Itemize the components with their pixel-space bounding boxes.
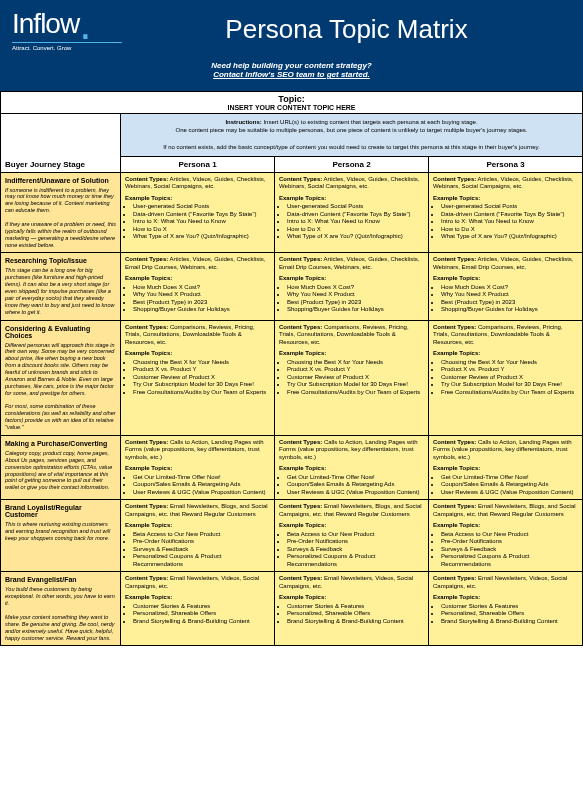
example-topic-item: Customer Stories & Features: [287, 603, 424, 611]
stage-title: Indifferent/Unaware of Solution: [5, 177, 116, 184]
topic-placeholder[interactable]: INSERT YOUR CONTENT TOPIC HERE: [1, 104, 582, 111]
matrix-cell[interactable]: Content Types: Comparisons, Reviews, Pri…: [429, 320, 583, 435]
example-topic-item: Free Consultations/Audits by Our Team of…: [441, 389, 578, 397]
matrix-cell[interactable]: Content Types: Articles, Videos, Guides,…: [429, 253, 583, 320]
example-topic-item: Get Our Limited-Time Offer Now!: [441, 474, 578, 482]
matrix-cell[interactable]: Content Types: Articles, Videos, Guides,…: [275, 172, 429, 253]
example-topic-item: Intro to X: What You Need to Know: [287, 218, 424, 226]
example-topics-label: Example Topics:: [279, 275, 424, 283]
example-topics-label: Example Topics:: [279, 465, 424, 473]
example-topics-list: How Much Does X Cost?Why You Need X Prod…: [125, 284, 270, 314]
example-topic-item: Intro to X: What You Need to Know: [133, 218, 270, 226]
content-types-label: Content Types:: [433, 256, 476, 262]
content-types-label: Content Types:: [279, 324, 322, 330]
example-topics-label: Example Topics:: [433, 350, 578, 358]
example-topic-item: Try Our Subscription Model for 30 Days F…: [441, 381, 578, 389]
stage-title: Making a Purchase/Converting: [5, 440, 116, 447]
example-topic-item: What Type of X are You? (Quiz/Infographi…: [441, 233, 578, 241]
matrix-cell[interactable]: Content Types: Articles, Videos, Guides,…: [121, 253, 275, 320]
matrix-cell[interactable]: Content Types: Articles, Videos, Guides,…: [429, 172, 583, 253]
example-topic-item: Shopping/Buyer Guides for Holidays: [441, 306, 578, 314]
example-topics-label: Example Topics:: [279, 522, 424, 530]
example-topic-item: Try Our Subscription Model for 30 Days F…: [287, 381, 424, 389]
header: Inflow. Attract. Convert. Grow Persona T…: [0, 0, 583, 91]
content-types-label: Content Types:: [433, 324, 476, 330]
example-topics-label: Example Topics:: [279, 195, 424, 203]
matrix-cell[interactable]: Content Types: Articles, Videos, Guides,…: [275, 253, 429, 320]
example-topics-list: Choosing the Best X for Your NeedsProduc…: [433, 359, 578, 397]
example-topics-label: Example Topics:: [125, 522, 270, 530]
content-types-label: Content Types:: [125, 439, 168, 445]
example-topics-list: Beta Access to Our New ProductPre-Order …: [279, 531, 424, 569]
stage-title: Considering & Evaluating Choices: [5, 325, 116, 339]
stage-desc: If someone is indifferent to a problem, …: [5, 187, 116, 249]
content-types-label: Content Types:: [125, 256, 168, 262]
logo: Inflow. Attract. Convert. Grow: [12, 8, 122, 51]
matrix-cell[interactable]: Content Types: Calls to Action, Landing …: [275, 435, 429, 500]
example-topic-item: Surveys & Feedback: [441, 546, 578, 554]
example-topic-item: Customer Review of Product X: [441, 374, 578, 382]
persona-3-header: Persona 3: [429, 156, 583, 172]
example-topic-item: Choosing the Best X for Your Needs: [133, 359, 270, 367]
matrix-cell[interactable]: Content Types: Email Newsletters, Videos…: [121, 572, 275, 646]
header-subline-2-link[interactable]: Contact Inflow's SEO team to get started…: [12, 70, 571, 79]
stage-row-label: Considering & Evaluating ChoicesDifferen…: [1, 320, 121, 435]
content-types-label: Content Types:: [433, 176, 476, 182]
matrix-cell[interactable]: Content Types: Email Newsletters, Blogs,…: [275, 500, 429, 572]
matrix-cell[interactable]: Content Types: Articles, Videos, Guides,…: [121, 172, 275, 253]
example-topics-list: Beta Access to Our New ProductPre-Order …: [433, 531, 578, 569]
example-topic-item: Why You Need X Product: [287, 291, 424, 299]
example-topics-list: Beta Access to Our New ProductPre-Order …: [125, 531, 270, 569]
content-types-label: Content Types:: [125, 575, 168, 581]
matrix-cell[interactable]: Content Types: Calls to Action, Landing …: [121, 435, 275, 500]
example-topic-item: Product X vs. Product Y: [133, 366, 270, 374]
example-topics-list: How Much Does X Cost?Why You Need X Prod…: [279, 284, 424, 314]
example-topics-list: Customer Stories & FeaturesPersonalized,…: [279, 603, 424, 626]
example-topics-list: Get Our Limited-Time Offer Now!Coupon/Sa…: [433, 474, 578, 497]
matrix-cell[interactable]: Content Types: Comparisons, Reviews, Pri…: [275, 320, 429, 435]
example-topic-item: Best {Product Type} in 2023: [133, 299, 270, 307]
example-topic-item: Get Our Limited-Time Offer Now!: [287, 474, 424, 482]
example-topic-item: What Type of X are You? (Quiz/Infographi…: [133, 233, 270, 241]
example-topic-item: Choosing the Best X for Your Needs: [441, 359, 578, 367]
example-topic-item: Pre-Order Notifications: [441, 538, 578, 546]
stage-row-label: Researching Topic/IssueThis stage can be…: [1, 253, 121, 320]
stage-desc: This stage can be a long one for big pur…: [5, 267, 116, 315]
example-topic-item: Beta Access to Our New Product: [133, 531, 270, 539]
example-topic-item: Personalized, Shareable Offers: [441, 610, 578, 618]
example-topics-list: Get Our Limited-Time Offer Now!Coupon/Sa…: [125, 474, 270, 497]
matrix-cell[interactable]: Content Types: Email Newsletters, Videos…: [275, 572, 429, 646]
example-topic-item: Beta Access to Our New Product: [441, 531, 578, 539]
matrix-cell[interactable]: Content Types: Email Newsletters, Blogs,…: [121, 500, 275, 572]
example-topic-item: Coupon/Sales Emails & Retargeting Ads: [441, 481, 578, 489]
logo-tagline: Attract. Convert. Grow: [12, 42, 122, 51]
header-subline-1: Need help building your content strategy…: [12, 61, 571, 70]
example-topics-label: Example Topics:: [125, 465, 270, 473]
logo-dot-icon: .: [79, 0, 90, 48]
example-topic-item: Customer Review of Product X: [287, 374, 424, 382]
instructions-line3: If no content exists, add the basic conc…: [163, 144, 540, 150]
matrix-cell[interactable]: Content Types: Comparisons, Reviews, Pri…: [121, 320, 275, 435]
content-types-label: Content Types:: [125, 176, 168, 182]
matrix-cell[interactable]: Content Types: Email Newsletters, Blogs,…: [429, 500, 583, 572]
example-topics-label: Example Topics:: [279, 350, 424, 358]
persona-1-header: Persona 1: [121, 156, 275, 172]
example-topic-item: Customer Stories & Features: [133, 603, 270, 611]
example-topic-item: Surveys & Feedback: [287, 546, 424, 554]
example-topics-list: Choosing the Best X for Your NeedsProduc…: [279, 359, 424, 397]
example-topic-item: Brand Storytelling & Brand-Building Cont…: [133, 618, 270, 626]
example-topic-item: Personalized, Shareable Offers: [287, 610, 424, 618]
content-types-label: Content Types:: [279, 503, 322, 509]
stage-title: Brand Loyalist/Regular Customer: [5, 504, 116, 518]
example-topics-label: Example Topics:: [125, 275, 270, 283]
example-topic-item: User Reviews & UGC (Value Proposition Co…: [287, 489, 424, 497]
content-types-label: Content Types:: [279, 575, 322, 581]
matrix-cell[interactable]: Content Types: Email Newsletters, Videos…: [429, 572, 583, 646]
example-topics-list: How Much Does X Cost?Why You Need X Prod…: [433, 284, 578, 314]
example-topics-label: Example Topics:: [279, 594, 424, 602]
stage-desc: This is where nurturing existing custome…: [5, 521, 116, 542]
example-topics-label: Example Topics:: [433, 275, 578, 283]
matrix-cell[interactable]: Content Types: Calls to Action, Landing …: [429, 435, 583, 500]
example-topic-item: How to Do X: [133, 226, 270, 234]
topic-header: Topic: INSERT YOUR CONTENT TOPIC HERE: [0, 91, 583, 113]
